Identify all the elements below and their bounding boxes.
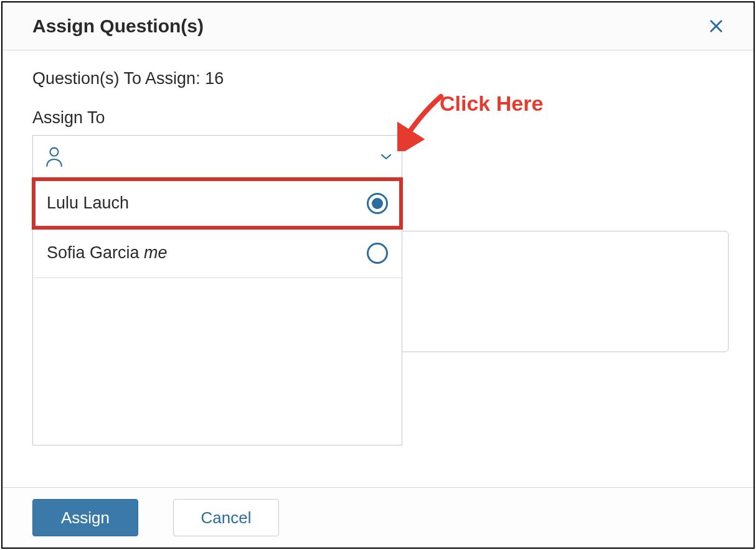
modal-body: Question(s) To Assign: 16 Assign To Lulu… bbox=[2, 50, 754, 487]
dropdown-trigger[interactable] bbox=[32, 135, 402, 179]
svg-point-2 bbox=[50, 148, 58, 156]
assign-modal: Assign Question(s) Question(s) To Assign… bbox=[1, 1, 755, 549]
close-icon bbox=[707, 17, 725, 35]
option-name: Sofia Garcia me bbox=[47, 243, 168, 263]
option-name: Lulu Lauch bbox=[47, 193, 129, 213]
dropdown-option-sofia-garcia[interactable]: Sofia Garcia me bbox=[33, 228, 402, 278]
modal-header: Assign Question(s) bbox=[2, 2, 754, 50]
assign-button[interactable]: Assign bbox=[32, 499, 138, 536]
person-icon bbox=[44, 146, 64, 167]
modal-title: Assign Question(s) bbox=[32, 16, 204, 37]
dropdown-empty-area bbox=[33, 278, 402, 445]
chevron-down-icon bbox=[380, 153, 392, 161]
radio-unselected-icon bbox=[367, 243, 388, 264]
dropdown-option-lulu-lauch[interactable]: Lulu Lauch bbox=[33, 179, 402, 228]
assign-to-dropdown: Lulu Lauch Sofia Garcia me bbox=[32, 135, 402, 179]
radio-selected-icon bbox=[367, 193, 388, 214]
modal-footer: Assign Cancel bbox=[2, 487, 754, 548]
questions-to-assign-label: Question(s) To Assign: 16 bbox=[32, 69, 724, 88]
dropdown-list: Lulu Lauch Sofia Garcia me bbox=[32, 179, 402, 445]
assign-to-label: Assign To bbox=[32, 108, 724, 128]
cancel-button[interactable]: Cancel bbox=[173, 499, 279, 536]
close-button[interactable] bbox=[705, 15, 727, 37]
